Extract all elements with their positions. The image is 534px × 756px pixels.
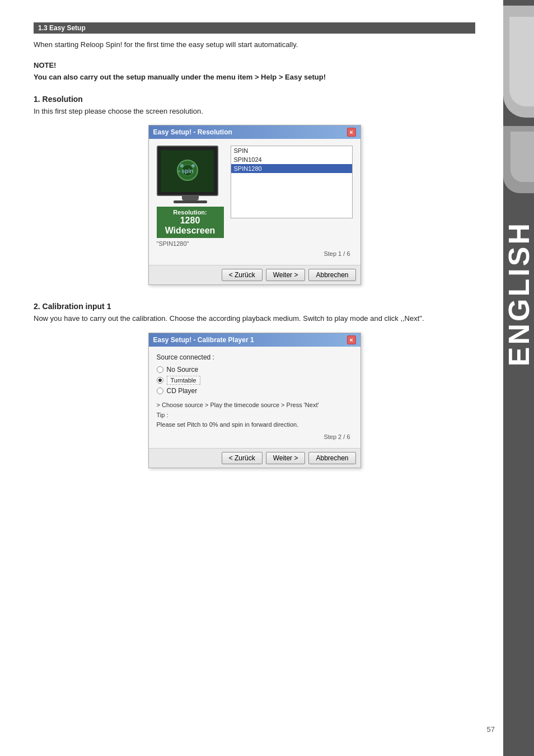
sidebar-mid-inner — [510, 132, 534, 182]
calibration-back-button[interactable]: < Zurück — [222, 452, 263, 464]
monitor-image: spin — [157, 146, 218, 196]
resolution-value: 1280 Widescreen — [160, 216, 221, 236]
calibration-dialog-body: Source connected : No Source Turntable C… — [149, 347, 360, 448]
radio-cd-player[interactable] — [157, 388, 163, 394]
label-turntable: Turntable — [167, 376, 200, 385]
resolution-dialog-titlebar: Easy Setup! - Resolution × — [149, 125, 360, 139]
calibration-dialog-footer: < Zurück Weiter > Abbrechen — [149, 448, 360, 468]
sidebar-top-shape — [503, 6, 534, 118]
calibration-dialog-close[interactable]: × — [347, 335, 356, 344]
note-heading: NOTE! — [34, 61, 475, 69]
radio-row-no-source: No Source — [157, 366, 353, 374]
resolution-dialog-body: spin Resolution: 1280 Widescre — [149, 139, 360, 265]
sidebar: ENGLISH — [503, 0, 534, 756]
calibration-heading: 2. Calibration input 1 — [34, 302, 475, 311]
resolution-step-label: Step 1 / 6 — [157, 247, 353, 258]
page-number: 57 — [487, 725, 495, 734]
resolution-dialog-close[interactable]: × — [347, 128, 356, 137]
resolution-label-text: Resolution: — [160, 209, 221, 216]
calib-instruction-main: > Choose source > Play the timecode sour… — [157, 400, 353, 410]
svg-point-3 — [180, 164, 184, 167]
label-no-source: No Source — [167, 366, 199, 374]
source-label: Source connected : — [157, 353, 214, 361]
calib-tip-text: Please set Pitch to 0% and spin in forwa… — [157, 420, 353, 430]
calibration-step-label: Step 2 / 6 — [157, 430, 353, 441]
label-cd-player: CD Player — [167, 387, 198, 395]
spin-logo: spin — [171, 159, 204, 183]
radio-row-cd-player: CD Player — [157, 387, 353, 395]
resolution-cancel-button[interactable]: Abbrechen — [308, 269, 355, 281]
resolution-list-item-spin[interactable]: SPIN — [231, 146, 352, 155]
radio-turntable[interactable] — [157, 377, 163, 384]
resolution-dialog-footer: < Zurück Weiter > Abbrechen — [149, 265, 360, 284]
note-text: You can also carry out the setup manuall… — [34, 72, 475, 83]
svg-text:spin: spin — [181, 168, 193, 174]
monitor-screen: spin — [161, 150, 214, 192]
radio-row-turntable: Turntable — [157, 376, 353, 385]
resolution-back-button[interactable]: < Zurück — [222, 269, 263, 281]
resolution-dialog-inner: spin Resolution: 1280 Widescre — [157, 146, 353, 247]
section-heading: 1.3 Easy Setup — [34, 22, 475, 34]
intro-text: When starting Reloop Spin! for the first… — [34, 39, 475, 51]
resolution-next-button[interactable]: Weiter > — [266, 269, 306, 281]
main-content: 1.3 Easy Setup When starting Reloop Spin… — [0, 0, 503, 507]
radio-group: No Source Turntable CD Player — [157, 366, 353, 395]
svg-point-4 — [191, 164, 195, 167]
sidebar-mid-shape — [503, 126, 534, 193]
english-label: ENGLISH — [502, 221, 535, 366]
calibration-instructions: > Choose source > Play the timecode sour… — [157, 400, 353, 430]
svg-point-5 — [178, 170, 180, 172]
resolution-dialog: Easy Setup! - Resolution × spin — [148, 125, 361, 285]
resolution-label: Resolution: 1280 Widescreen — [157, 207, 224, 238]
resolution-heading: 1. Resolution — [34, 95, 475, 104]
resolution-dialog-title: Easy Setup! - Resolution — [153, 128, 232, 136]
monitor-preview: spin Resolution: 1280 Widescre — [157, 146, 224, 247]
resolution-list-item-spin1024[interactable]: SPIN1024 — [231, 155, 352, 164]
radio-no-source[interactable] — [157, 366, 163, 373]
calibration-dialog-titlebar: Easy Setup! - Calibrate Player 1 × — [149, 333, 360, 347]
resolution-list[interactable]: SPIN SPIN1024 SPIN1280 — [231, 146, 353, 218]
calibration-subtext: Now you have to carry out the calibratio… — [34, 313, 475, 325]
calib-tip-label: Tip : — [157, 410, 353, 421]
monitor-base — [174, 200, 207, 203]
calibration-dialog-title: Easy Setup! - Calibrate Player 1 — [153, 336, 254, 344]
resolution-list-item-spin1280[interactable]: SPIN1280 — [231, 164, 352, 173]
calibration-next-button[interactable]: Weiter > — [266, 452, 306, 464]
resolution-code: "SPIN1280" — [157, 240, 224, 247]
calibration-dialog: Easy Setup! - Calibrate Player 1 × Sourc… — [148, 333, 361, 468]
monitor-stand — [182, 196, 199, 200]
resolution-subtext: In this first step please choose the scr… — [34, 106, 475, 118]
calibration-cancel-button[interactable]: Abbrechen — [308, 452, 355, 464]
sidebar-inner-shape — [509, 17, 534, 106]
